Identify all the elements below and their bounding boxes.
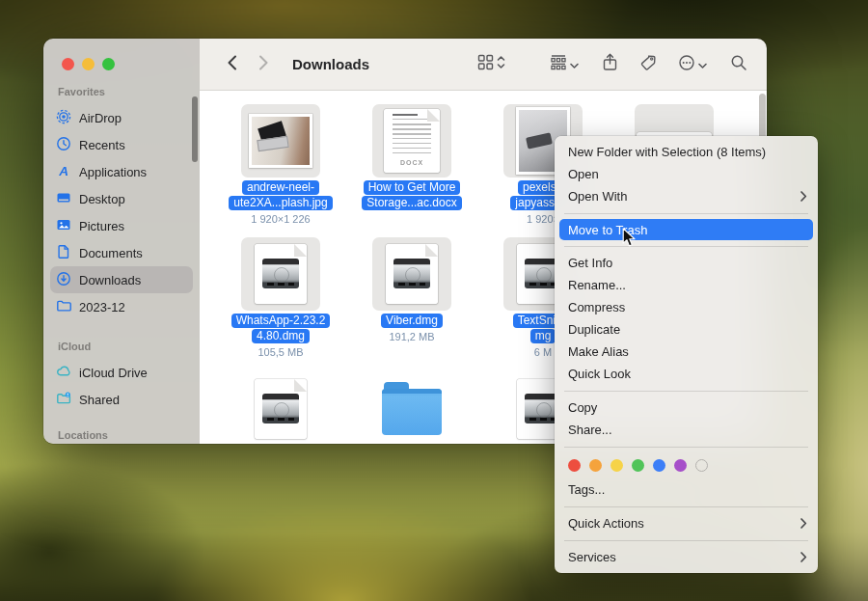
clock-icon <box>56 136 71 154</box>
sidebar: Favorites AirDrop Recents A Applications… <box>43 39 200 444</box>
search-icon <box>730 54 747 75</box>
file-size: 191,2 MB <box>352 331 472 342</box>
tag-blue-dot[interactable] <box>653 459 665 472</box>
selection-tile <box>372 237 451 311</box>
dmg-file-icon <box>386 244 438 304</box>
sidebar-item-applications[interactable]: A Applications <box>50 158 193 185</box>
close-button[interactable] <box>62 58 74 70</box>
image-thumbnail-icon <box>249 114 312 168</box>
forward-button[interactable] <box>258 55 269 74</box>
tag-yellow-dot[interactable] <box>610 459 623 472</box>
menu-item-get-info[interactable]: Get Info <box>555 252 818 274</box>
share-button[interactable] <box>602 53 618 75</box>
file-item-docx[interactable]: DOCX How to Get More Storage...ac.docx <box>352 104 472 210</box>
tag-purple-dot[interactable] <box>674 459 687 472</box>
menu-item-share[interactable]: Share... <box>555 419 818 441</box>
sidebar-item-icloud-drive[interactable]: iCloud Drive <box>50 359 193 386</box>
sidebar-item-airdrop[interactable]: AirDrop <box>50 104 193 131</box>
tag-red-dot[interactable] <box>568 459 581 472</box>
back-button[interactable] <box>227 55 237 74</box>
applications-icon: A <box>56 163 71 181</box>
sidebar-section-locations: Locations <box>43 429 200 444</box>
sidebar-item-shared[interactable]: Shared <box>50 386 193 413</box>
sidebar-item-downloads[interactable]: Downloads <box>50 266 193 293</box>
file-item-andrew-neel-jpg[interactable]: andrew-neel- ute2XA...plash.jpg 1 920×1 … <box>221 104 340 225</box>
traffic-lights <box>43 39 200 70</box>
menu-item-make-alias[interactable]: Make Alias <box>555 341 818 363</box>
svg-text:A: A <box>58 163 68 178</box>
file-name-label: Viber.dmg <box>352 314 472 328</box>
chevron-down-icon <box>570 56 579 73</box>
file-dimensions: 1 920×1 226 <box>221 213 340 225</box>
menu-item-tags[interactable]: Tags... <box>555 478 818 501</box>
tag-color-row <box>555 452 818 478</box>
submenu-chevron-icon <box>800 552 807 562</box>
tag-none-dot[interactable] <box>695 459 708 472</box>
sidebar-scrollbar[interactable] <box>192 96 198 162</box>
selection-tile: DOCX <box>372 104 451 178</box>
document-icon <box>56 244 71 262</box>
view-options-button[interactable] <box>477 54 505 74</box>
download-circle-icon <box>56 271 71 289</box>
menu-item-new-folder-with-selection[interactable]: New Folder with Selection (8 Items) <box>555 141 818 163</box>
chevron-down-icon <box>698 56 707 73</box>
menu-item-quick-actions[interactable]: Quick Actions <box>555 512 818 534</box>
selection-tile <box>241 104 320 178</box>
dmg-file-icon <box>255 244 307 304</box>
sidebar-section-icloud: iCloud <box>43 341 200 359</box>
menu-separator <box>564 447 808 448</box>
toolbar: Downloads <box>200 39 767 91</box>
file-name-label: WhatsApp-2.23.2 4.80.dmg <box>221 314 340 343</box>
menu-separator <box>564 213 808 214</box>
file-item-folder[interactable] <box>352 372 472 444</box>
group-by-icon <box>550 54 567 74</box>
menu-separator <box>564 506 808 507</box>
view-grid-icon <box>477 54 494 74</box>
share-icon <box>602 53 618 75</box>
sidebar-item-documents[interactable]: Documents <box>50 239 193 266</box>
pictures-icon <box>56 217 71 235</box>
file-item-dmg[interactable] <box>221 372 340 444</box>
mouse-cursor <box>622 228 637 252</box>
airdrop-icon <box>56 109 71 127</box>
selection-tile <box>372 372 451 444</box>
menu-item-move-to-trash[interactable]: Move to Trash <box>559 219 813 240</box>
menu-item-services[interactable]: Services <box>555 546 818 568</box>
menu-item-quick-look[interactable]: Quick Look <box>555 363 818 385</box>
sidebar-item-desktop[interactable]: Desktop <box>50 185 193 212</box>
selection-tile <box>241 372 320 444</box>
tag-green-dot[interactable] <box>632 459 644 472</box>
zoom-button[interactable] <box>102 58 115 70</box>
file-name-label: How to Get More Storage...ac.docx <box>352 180 472 210</box>
menu-item-rename[interactable]: Rename... <box>555 274 818 296</box>
tag-orange-dot[interactable] <box>589 459 602 472</box>
menu-item-open[interactable]: Open <box>555 163 818 185</box>
docx-file-icon: DOCX <box>384 109 440 173</box>
cloud-icon <box>56 364 71 382</box>
file-item-viber-dmg[interactable]: Viber.dmg 191,2 MB <box>352 237 472 342</box>
menu-separator <box>564 391 808 392</box>
sidebar-section-favorites: Favorites <box>43 86 200 104</box>
sidebar-item-recents[interactable]: Recents <box>50 131 193 158</box>
tags-button[interactable] <box>639 54 657 75</box>
view-chevrons-icon <box>497 55 505 73</box>
menu-item-open-with[interactable]: Open With <box>555 185 818 207</box>
more-actions-button[interactable] <box>678 54 707 75</box>
file-name-label: andrew-neel- ute2XA...plash.jpg <box>221 180 340 210</box>
minimize-button[interactable] <box>82 58 95 70</box>
dmg-file-icon <box>255 379 307 439</box>
desktop-icon <box>56 190 71 208</box>
menu-item-compress[interactable]: Compress <box>555 296 818 318</box>
menu-item-copy[interactable]: Copy <box>555 396 818 419</box>
file-item-whatsapp-dmg[interactable]: WhatsApp-2.23.2 4.80.dmg 105,5 MB <box>221 237 340 358</box>
search-button[interactable] <box>730 54 747 75</box>
sidebar-item-pictures[interactable]: Pictures <box>50 212 193 239</box>
context-menu: New Folder with Selection (8 Items) Open… <box>555 136 818 573</box>
menu-separator <box>564 540 808 541</box>
menu-item-duplicate[interactable]: Duplicate <box>555 318 818 341</box>
sidebar-item-2023-12[interactable]: 2023-12 <box>50 293 193 320</box>
ellipsis-circle-icon <box>678 54 695 75</box>
window-title: Downloads <box>292 56 369 72</box>
shared-folder-icon <box>56 391 71 409</box>
group-by-button[interactable] <box>550 54 579 74</box>
